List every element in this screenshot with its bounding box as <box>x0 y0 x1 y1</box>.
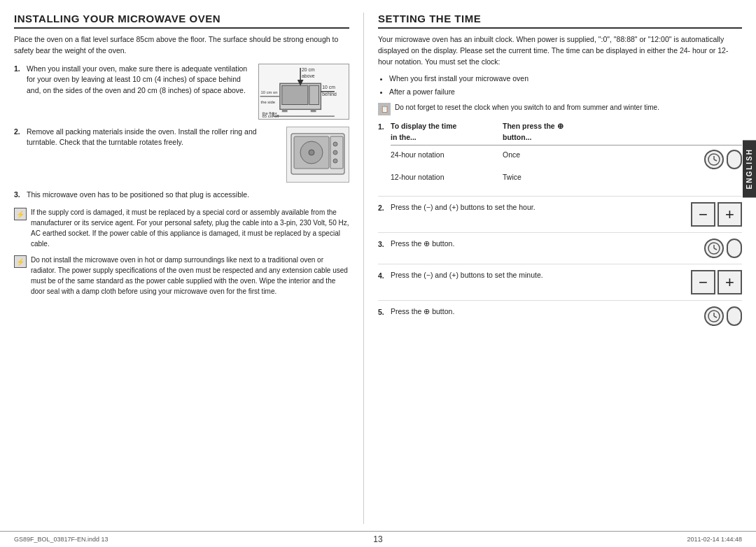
svg-text:20 cm: 20 cm <box>302 66 315 71</box>
right-step-2-num: 2. <box>378 204 391 212</box>
right-step-1-content: To display the timein the... Then press … <box>391 121 742 190</box>
svg-rect-1 <box>282 85 308 104</box>
right-step-4-content: Press the (−) and (+) buttons to set the… <box>391 270 684 281</box>
right-step-3: 3. Press the ⊕ button. <box>378 239 742 264</box>
step-1-num: 1. <box>14 64 27 73</box>
page-number: 13 <box>257 534 500 544</box>
svg-point-22 <box>309 150 314 155</box>
btn-icons-24h <box>704 150 742 169</box>
td-24h-label: 24-hour notation <box>391 150 503 169</box>
svg-point-23 <box>333 142 337 146</box>
step-1-text: When you install your oven, make sure th… <box>27 64 253 97</box>
clock-btn-step5 <box>704 306 724 326</box>
svg-text:behind: behind <box>322 91 337 96</box>
svg-text:the floor: the floor <box>262 111 277 115</box>
right-step-4-num: 4. <box>378 271 391 280</box>
step-2: 2. Remove all packing materials inside t… <box>14 127 349 183</box>
step-3: 3. This microwave oven has to be positio… <box>14 190 349 201</box>
right-column: SETTING THE TIME Your microwave oven has… <box>364 13 742 524</box>
footer-left: GS89F_BOL_03817F-EN.indd 13 <box>14 536 257 543</box>
th-col3 <box>615 121 742 143</box>
note-text: Do not forget to reset the clock when yo… <box>395 102 659 113</box>
step-3-text: This microwave oven has to be positioned… <box>27 190 349 201</box>
td-12h-label: 12-hour notation <box>391 172 503 183</box>
main-content: INSTALLING YOUR MICROWAVE OVEN Place the… <box>0 0 756 531</box>
right-step-1-num: 1. <box>378 122 391 131</box>
note-icon: 📋 <box>378 103 391 115</box>
oval-btn-step5 <box>727 306 742 326</box>
right-title: SETTING THE TIME <box>378 13 742 29</box>
bullet-2: After a power failure <box>389 86 742 98</box>
clock-btn-step3 <box>704 239 724 258</box>
right-step-3-num: 3. <box>378 240 391 248</box>
svg-point-25 <box>333 159 337 163</box>
svg-line-34 <box>714 316 717 318</box>
bullet-list: When you first install your microwave ov… <box>389 73 742 98</box>
svg-text:above: above <box>302 73 315 78</box>
warning-1-text: If the supply cord is damaged, it must b… <box>31 207 349 249</box>
step-4-icons: − + <box>691 270 742 294</box>
svg-rect-4 <box>311 109 316 112</box>
right-step-5: 5. Press the ⊕ button. <box>378 306 742 332</box>
right-intro: Your microwave oven has an inbuilt clock… <box>378 34 742 67</box>
step-3-icons <box>693 239 742 258</box>
ventilation-diagram: 20 cm above 10 cm behind 85 cm off the f… <box>258 64 349 120</box>
svg-point-24 <box>333 150 337 155</box>
note-item: 📋 Do not forget to reset the clock when … <box>378 102 742 115</box>
oval-btn-24h <box>727 150 742 169</box>
table-row-24h: 24-hour notation Once <box>391 148 742 171</box>
svg-text:10 cm: 10 cm <box>322 85 335 90</box>
clock-btn-24h <box>704 150 724 169</box>
td-12h-twice: Twice <box>503 172 615 183</box>
right-step-4: 4. Press the (−) and (+) buttons to set … <box>378 270 742 301</box>
minus-btn-2: − <box>691 270 715 294</box>
step-2-icons: − + <box>691 202 742 227</box>
right-step-5-num: 5. <box>378 308 391 316</box>
warning-2: ⚡ Do not install the microwave oven in h… <box>14 255 349 297</box>
warning-icon-2: ⚡ <box>14 255 27 268</box>
time-table: To display the timein the... Then press … <box>391 121 742 185</box>
footer-right: 2011-02-14 1:44:48 <box>499 536 742 543</box>
svg-text:the side: the side <box>261 99 275 104</box>
td-24h-icons <box>615 150 742 169</box>
bullet-1: When you first install your microwave ov… <box>389 73 742 85</box>
plus-btn-2: + <box>718 270 742 294</box>
btn-icons-step5 <box>704 306 742 326</box>
left-column: INSTALLING YOUR MICROWAVE OVEN Place the… <box>14 13 364 524</box>
time-table-header: To display the timein the... Then press … <box>391 121 742 146</box>
oval-btn-step3 <box>727 239 742 258</box>
svg-line-31 <box>714 248 717 250</box>
right-step-2-content: Press the (−) and (+) buttons to set the… <box>391 202 684 213</box>
table-row-12h: 12-hour notation Twice <box>391 171 742 185</box>
step-5-icons <box>693 306 742 326</box>
svg-rect-3 <box>282 109 288 112</box>
english-sidebar: ENGLISH <box>743 140 756 197</box>
right-step-2: 2. Press the (−) and (+) buttons to set … <box>378 202 742 233</box>
svg-text:10 cm on: 10 cm on <box>261 90 278 94</box>
page-footer: GS89F_BOL_03817F-EN.indd 13 13 2011-02-1… <box>0 531 756 547</box>
svg-rect-2 <box>309 85 319 104</box>
warning-icon-1: ⚡ <box>14 208 27 220</box>
svg-line-28 <box>714 159 717 161</box>
right-step-3-content: Press the ⊕ button. <box>391 239 686 250</box>
page: INSTALLING YOUR MICROWAVE OVEN Place the… <box>0 0 756 547</box>
turntable-image <box>286 127 349 183</box>
step-1-content: When you install your oven, make sure th… <box>27 64 349 120</box>
th-col2: Then press the ⊕button... <box>503 121 615 143</box>
step-2-text: Remove all packing materials inside the … <box>27 127 281 149</box>
right-step-5-content: Press the ⊕ button. <box>391 306 686 318</box>
plus-btn-1: + <box>718 202 742 227</box>
step-2-content: Remove all packing materials inside the … <box>27 127 349 183</box>
right-step-1: 1. To display the timein the... Then pre… <box>378 121 742 197</box>
step-3-num: 3. <box>14 190 27 199</box>
left-title: INSTALLING YOUR MICROWAVE OVEN <box>14 13 349 29</box>
step-2-num: 2. <box>14 127 27 136</box>
left-intro: Place the oven on a flat level surface 8… <box>14 34 349 57</box>
btn-icons-step3 <box>704 239 742 258</box>
warning-2-text: Do not install the microwave oven in hot… <box>31 255 349 297</box>
minus-btn-1: − <box>691 202 715 227</box>
td-12h-icons <box>615 172 742 183</box>
td-24h-once: Once <box>503 150 615 169</box>
th-col1: To display the timein the... <box>391 121 503 143</box>
warning-1: ⚡ If the supply cord is damaged, it must… <box>14 207 349 249</box>
